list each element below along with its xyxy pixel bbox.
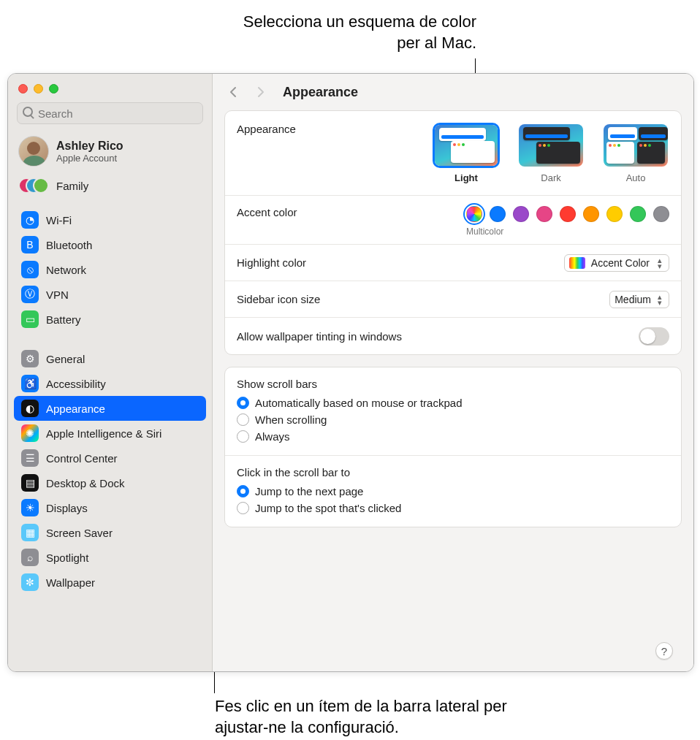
sidebar-item-control-center[interactable]: ☰Control Center bbox=[14, 446, 206, 470]
radio-button bbox=[237, 502, 249, 514]
highlight-gradient-icon bbox=[569, 257, 585, 269]
sidebar-item-accessibility[interactable]: ♿Accessibility bbox=[14, 371, 206, 396]
sidebar-item-wi-fi[interactable]: ◔Wi-Fi bbox=[14, 207, 206, 232]
appearance-option-label: Light bbox=[454, 172, 478, 183]
scrollclick-option[interactable]: Jump to the next page bbox=[237, 483, 669, 500]
sidebar-item-label: Spotlight bbox=[46, 552, 88, 564]
appearance-option-dark[interactable]: Dark bbox=[517, 123, 585, 183]
family-icon bbox=[18, 177, 49, 194]
updown-caret-icon bbox=[655, 294, 664, 305]
help-icon: ? bbox=[661, 645, 667, 657]
avatar bbox=[18, 136, 49, 167]
sidebar-item-label: Wallpaper bbox=[46, 576, 95, 589]
sidebar-item-label: Accessibility bbox=[46, 378, 106, 390]
sidebar-item-displays[interactable]: ☀Displays bbox=[14, 495, 206, 520]
dock-icon: ▤ bbox=[21, 474, 39, 492]
close-window-button[interactable] bbox=[18, 84, 28, 94]
radio-button bbox=[237, 397, 249, 409]
sidebar-icon-size-value: Medium bbox=[615, 294, 651, 305]
search-input[interactable] bbox=[17, 102, 203, 124]
scrollclick-option[interactable]: Jump to the spot that's clicked bbox=[237, 500, 669, 516]
wifi-icon: ◔ bbox=[21, 211, 39, 229]
sidebar-item-screen-saver[interactable]: ▦Screen Saver bbox=[14, 520, 206, 545]
appearance-panel: Appearance LightDarkAuto Accent color Mu… bbox=[224, 110, 682, 355]
sidebar: Ashley Rico Apple Account Family ◔Wi-FiB… bbox=[8, 74, 213, 671]
sidebar-item-spotlight[interactable]: ⌕Spotlight bbox=[14, 545, 206, 570]
sidebar-item-label: Control Center bbox=[46, 452, 118, 465]
accent-swatch-ffcc00[interactable] bbox=[606, 206, 623, 222]
callout-top: Selecciona un esquema de color per al Ma… bbox=[243, 12, 476, 53]
family-row[interactable]: Family bbox=[8, 171, 212, 203]
accent-swatch-8e8e93[interactable] bbox=[653, 206, 669, 222]
scrollbars-option[interactable]: Automatically based on mouse or trackpad bbox=[237, 394, 669, 411]
appearance-option-label: Auto bbox=[626, 172, 646, 183]
appearance-option-label: Dark bbox=[541, 172, 560, 183]
sidebar-icon-size-label: Sidebar icon size bbox=[237, 293, 320, 305]
minimize-window-button[interactable] bbox=[34, 84, 43, 94]
scrollbars-option-label: When scrolling bbox=[255, 413, 327, 426]
zoom-window-button[interactable] bbox=[49, 84, 58, 94]
main-area: Appearance Appearance LightDarkAuto Acce… bbox=[213, 74, 693, 671]
scrollbars-title: Show scroll bars bbox=[237, 378, 669, 390]
tinting-toggle[interactable] bbox=[639, 327, 669, 346]
highlight-color-popup[interactable]: Accent Color bbox=[564, 254, 669, 272]
scrollclick-option-label: Jump to the next page bbox=[255, 485, 363, 497]
search-icon bbox=[23, 107, 33, 117]
appearance-thumb bbox=[602, 123, 669, 168]
sidebar-item-label: Appearance bbox=[46, 403, 105, 415]
accent-swatch-multicolor[interactable] bbox=[466, 206, 482, 222]
accent-swatch-ff9500[interactable] bbox=[583, 206, 599, 222]
sidebar-item-appearance[interactable]: ◐Appearance bbox=[14, 396, 206, 421]
sidebar-item-apple-intelligence-siri[interactable]: ✺Apple Intelligence & Siri bbox=[14, 421, 206, 446]
sidebar-icon-size-popup[interactable]: Medium bbox=[609, 291, 669, 308]
sidebar-item-general[interactable]: ⚙General bbox=[14, 346, 206, 371]
controlcenter-icon: ☰ bbox=[21, 449, 39, 467]
family-label: Family bbox=[56, 180, 88, 192]
sidebar-item-label: Battery bbox=[46, 313, 81, 326]
help-button[interactable]: ? bbox=[655, 642, 673, 660]
accent-swatch-9a48c9[interactable] bbox=[513, 206, 529, 222]
apple-account-row[interactable]: Ashley Rico Apple Account bbox=[8, 131, 212, 171]
accessibility-icon: ♿ bbox=[21, 375, 39, 392]
sidebar-item-label: Desktop & Dock bbox=[46, 477, 125, 489]
tinting-label: Allow wallpaper tinting in windows bbox=[237, 330, 402, 343]
scrollbars-option[interactable]: Always bbox=[237, 428, 669, 445]
radio-button bbox=[237, 430, 249, 443]
sidebar-item-battery[interactable]: ▭Battery bbox=[14, 307, 206, 332]
scrollclick-option-label: Jump to the spot that's clicked bbox=[255, 502, 401, 514]
appearance-option-auto[interactable]: Auto bbox=[602, 123, 669, 183]
radio-button bbox=[237, 413, 249, 426]
sidebar-item-bluetooth[interactable]: BBluetooth bbox=[14, 232, 206, 257]
chevron-left-icon bbox=[228, 86, 240, 98]
screensaver-icon: ▦ bbox=[21, 524, 39, 541]
appearance-label: Appearance bbox=[237, 123, 296, 135]
toggle-knob bbox=[640, 329, 655, 344]
spotlight-icon: ⌕ bbox=[21, 549, 39, 566]
accent-swatch-0a7aff[interactable] bbox=[490, 206, 506, 222]
scrollbars-option-label: Automatically based on mouse or trackpad bbox=[255, 397, 462, 409]
accent-swatch-34c759[interactable] bbox=[630, 206, 646, 222]
appearance-icon: ◐ bbox=[21, 400, 39, 417]
accent-swatch-ff3b30[interactable] bbox=[560, 206, 576, 222]
accent-swatch-e64586[interactable] bbox=[536, 206, 552, 222]
scrollclick-group: Click in the scroll bar to Jump to the n… bbox=[225, 456, 681, 527]
account-subtitle: Apple Account bbox=[56, 153, 123, 164]
appearance-option-light[interactable]: Light bbox=[433, 123, 500, 183]
sidebar-item-network[interactable]: ⦸Network bbox=[14, 257, 206, 282]
sidebar-item-vpn[interactable]: ⓋVPN bbox=[14, 282, 206, 307]
sidebar-group-network: ◔Wi-FiBBluetooth⦸NetworkⓋVPN▭Battery bbox=[8, 203, 212, 336]
vpn-icon: Ⓥ bbox=[21, 286, 39, 303]
sidebar-item-label: Displays bbox=[46, 502, 88, 514]
updown-caret-icon bbox=[655, 257, 664, 269]
sidebar-item-desktop-dock[interactable]: ▤Desktop & Dock bbox=[14, 470, 206, 495]
accent-label: Accent color bbox=[237, 206, 297, 218]
account-name: Ashley Rico bbox=[56, 140, 123, 153]
sidebar-item-wallpaper[interactable]: ✼Wallpaper bbox=[14, 570, 206, 595]
nav-forward-button[interactable] bbox=[252, 84, 268, 100]
sidebar-item-label: Wi-Fi bbox=[46, 214, 72, 226]
scrollbars-option[interactable]: When scrolling bbox=[237, 411, 669, 428]
sidebar-item-label: Screen Saver bbox=[46, 527, 113, 539]
radio-button bbox=[237, 485, 249, 497]
accent-selected-label: Multicolor bbox=[466, 226, 669, 237]
nav-back-button[interactable] bbox=[226, 84, 242, 100]
